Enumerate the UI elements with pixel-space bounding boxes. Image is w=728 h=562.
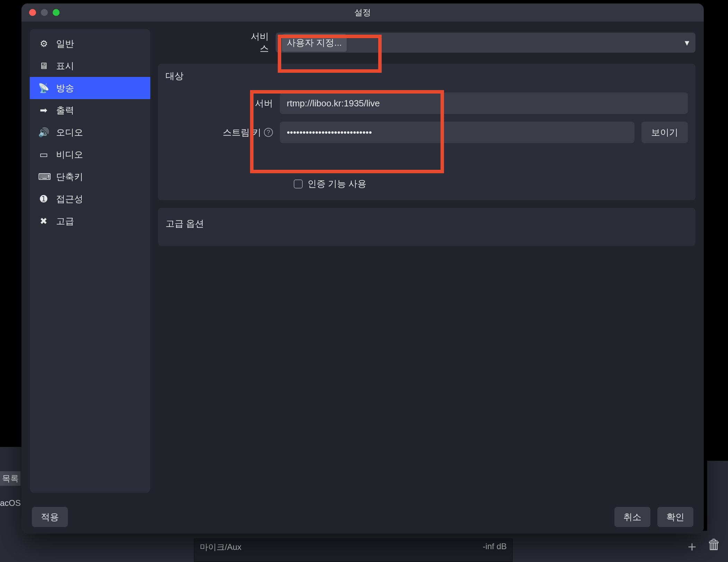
settings-window: 설정 ⚙ 일반 🖥 표시 📡 방송 ➡ 출력 🔊 오디오 — [21, 3, 704, 534]
tools-icon: ✖ — [38, 216, 49, 227]
server-label: 서버 — [217, 97, 273, 109]
bg-icon-tray: ＋ 🗑 — [685, 537, 721, 556]
sidebar-item-label: 고급 — [56, 215, 74, 227]
service-dropdown[interactable]: 사용자 지정... ▾ — [276, 33, 695, 53]
background-right — [707, 461, 728, 537]
server-input[interactable] — [280, 93, 688, 114]
sidebar-item-label: 방송 — [56, 82, 74, 94]
streamkey-label-text: 스트림 키 — [223, 126, 261, 139]
speaker-icon: 🔊 — [38, 127, 49, 138]
traffic-lights — [29, 3, 60, 21]
service-row: 서비스 사용자 지정... ▾ — [158, 29, 695, 56]
sidebar-item-advanced[interactable]: ✖ 고급 — [30, 210, 150, 232]
background-side — [0, 447, 24, 537]
window-title: 설정 — [354, 7, 371, 18]
ok-button[interactable]: 확인 — [657, 507, 693, 527]
sidebar-item-label: 오디오 — [56, 126, 83, 139]
help-icon[interactable]: ? — [264, 128, 273, 137]
apply-button[interactable]: 적용 — [32, 507, 68, 527]
sidebar-item-label: 표시 — [56, 60, 74, 72]
service-selected: 사용자 지정... — [282, 34, 347, 52]
sidebar-item-label: 출력 — [56, 104, 74, 116]
close-icon[interactable] — [29, 9, 36, 16]
accessibility-icon: ➊ — [38, 194, 49, 204]
auth-checkbox-label: 인증 기능 사용 — [308, 178, 366, 190]
auth-checkbox-row: 인증 기능 사용 — [166, 178, 688, 190]
section-header: 대상 — [166, 70, 688, 82]
server-row: 서버 — [166, 93, 688, 114]
sidebar-item-label: 접근성 — [56, 193, 83, 205]
target-section: 대상 서버 스트림 키 ? 보이기 인증 기능 사용 — [158, 64, 695, 200]
output-icon: ➡ — [38, 105, 49, 116]
sidebar-item-label: 일반 — [56, 38, 74, 50]
minimize-icon[interactable] — [41, 9, 48, 16]
mixer-label: 마이크/Aux — [200, 542, 241, 559]
show-key-button[interactable]: 보이기 — [641, 122, 688, 143]
trash-icon[interactable]: 🗑 — [707, 537, 721, 556]
sidebar-item-general[interactable]: ⚙ 일반 — [30, 33, 150, 55]
sidebar-item-label: 비디오 — [56, 149, 83, 161]
auth-checkbox[interactable] — [294, 179, 303, 188]
display-icon: 🖥 — [38, 61, 49, 71]
bg-side-tab[interactable]: 목록 — [0, 471, 20, 486]
settings-sidebar: ⚙ 일반 🖥 표시 📡 방송 ➡ 출력 🔊 오디오 ▭ 비디오 — [30, 29, 150, 493]
sidebar-item-hotkeys[interactable]: ⌨ 단축키 — [30, 166, 150, 188]
sidebar-item-audio[interactable]: 🔊 오디오 — [30, 121, 150, 143]
sidebar-item-stream[interactable]: 📡 방송 — [30, 77, 150, 99]
settings-main: 서비스 사용자 지정... ▾ 대상 서버 스트림 키 ? — [158, 29, 695, 493]
maximize-icon[interactable] — [53, 9, 60, 16]
sidebar-item-output[interactable]: ➡ 출력 — [30, 99, 150, 121]
streamkey-input[interactable] — [280, 122, 634, 143]
antenna-icon: 📡 — [38, 83, 49, 94]
mixer-value: -inf dB — [483, 542, 507, 559]
plus-icon[interactable]: ＋ — [685, 537, 699, 556]
gear-icon: ⚙ — [38, 38, 49, 49]
cancel-button[interactable]: 취소 — [614, 507, 650, 527]
streamkey-label: 스트림 키 ? — [217, 126, 273, 139]
settings-footer: 적용 취소 확인 — [21, 500, 704, 534]
sidebar-item-label: 단축키 — [56, 171, 83, 183]
titlebar: 설정 — [21, 3, 704, 21]
service-label: 서비스 — [248, 30, 269, 55]
monitor-icon: ▭ — [38, 149, 49, 160]
advanced-section[interactable]: 고급 옵션 — [158, 208, 695, 246]
sidebar-item-display[interactable]: 🖥 표시 — [30, 55, 150, 77]
section-header: 고급 옵션 — [166, 218, 688, 230]
keyboard-icon: ⌨ — [38, 172, 49, 182]
sidebar-item-video[interactable]: ▭ 비디오 — [30, 143, 150, 166]
sidebar-item-accessibility[interactable]: ➊ 접근성 — [30, 188, 150, 210]
streamkey-row: 스트림 키 ? 보이기 — [166, 122, 688, 143]
audio-mixer-strip: 마이크/Aux -inf dB — [194, 538, 513, 562]
chevron-down-icon: ▾ — [685, 37, 689, 48]
